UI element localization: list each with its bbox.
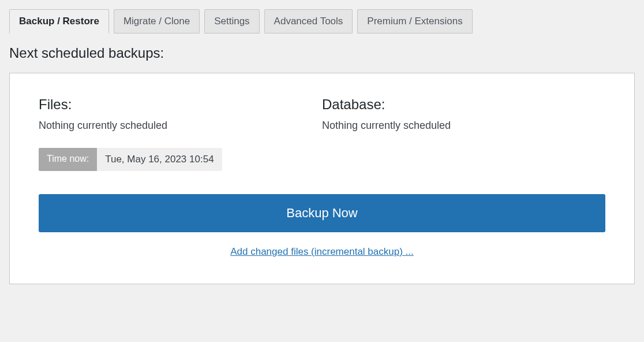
tab-advanced-tools[interactable]: Advanced Tools (264, 9, 353, 34)
schedule-grid: Files: Nothing currently scheduled Datab… (39, 96, 605, 132)
backup-now-button[interactable]: Backup Now (39, 194, 605, 232)
files-column: Files: Nothing currently scheduled (39, 96, 322, 132)
files-title: Files: (39, 96, 322, 113)
tab-migrate-clone[interactable]: Migrate / Clone (114, 9, 200, 34)
database-title: Database: (322, 96, 605, 113)
tab-premium-extensions[interactable]: Premium / Extensions (357, 9, 472, 34)
database-column: Database: Nothing currently scheduled (322, 96, 605, 132)
incremental-link-wrapper: Add changed files (incremental backup) .… (39, 246, 605, 258)
backup-panel: Files: Nothing currently scheduled Datab… (9, 73, 635, 284)
tabs-nav: Backup / Restore Migrate / Clone Setting… (9, 9, 635, 34)
time-now-row: Time now: Tue, May 16, 2023 10:54 (39, 148, 222, 171)
tab-backup-restore[interactable]: Backup / Restore (9, 9, 109, 34)
files-status: Nothing currently scheduled (39, 120, 322, 132)
time-now-label: Time now: (39, 148, 97, 171)
tab-settings[interactable]: Settings (204, 9, 259, 34)
section-heading: Next scheduled backups: (9, 45, 635, 61)
time-now-value: Tue, May 16, 2023 10:54 (97, 148, 222, 171)
incremental-backup-link[interactable]: Add changed files (incremental backup) .… (230, 246, 414, 257)
database-status: Nothing currently scheduled (322, 120, 605, 132)
